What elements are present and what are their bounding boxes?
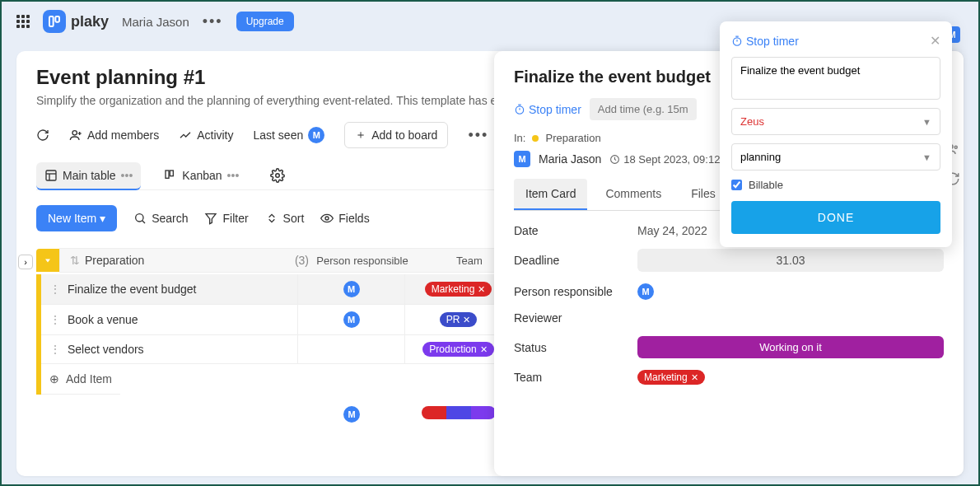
detail-fields: Date May 24, 2022 Deadline 31.03 Person … (514, 224, 944, 385)
status-dot-icon (532, 135, 539, 142)
filter-label: Filter (222, 212, 248, 225)
refresh-button[interactable] (36, 129, 49, 142)
svg-point-11 (136, 214, 143, 222)
tab-comments[interactable]: Comments (594, 179, 673, 210)
team-summary-bar (422, 406, 496, 419)
row-person[interactable] (298, 335, 405, 363)
detail-user-name: Maria Jason (539, 152, 601, 166)
logo-icon (43, 10, 66, 33)
fld-deadline-label: Deadline (514, 254, 637, 267)
popover-project-select[interactable]: Zeus ▼ (731, 108, 940, 135)
svg-rect-5 (46, 171, 56, 180)
popover-tag-select[interactable]: planning ▼ (731, 143, 940, 171)
logo[interactable]: plaky (43, 10, 109, 33)
stop-timer-link[interactable]: Stop timer (514, 103, 581, 116)
tab-main-menu-icon[interactable]: ••• (121, 169, 133, 182)
fld-date-label: Date (514, 224, 637, 237)
row-title: Finalize the event budget (68, 283, 196, 296)
upgrade-button[interactable]: Upgrade (236, 12, 294, 31)
fld-deadline-value[interactable]: 31.03 (637, 249, 944, 272)
board-settings-button[interactable] (262, 161, 293, 189)
add-to-board-button[interactable]: ＋ Add to board (344, 122, 448, 148)
billable-checkbox-row[interactable]: Billable (731, 179, 940, 191)
svg-point-14 (325, 217, 329, 220)
sort-label: Sort (283, 212, 305, 225)
tab-kanban-menu-icon[interactable]: ••• (227, 169, 240, 182)
search-label: Search (152, 212, 188, 225)
fld-person-value[interactable]: M (637, 283, 944, 300)
plus-icon: ＋ (355, 128, 366, 143)
fld-status-label: Status (514, 341, 637, 354)
stop-timer-popover: Stop timer ✕ Finalize the event budget Z… (720, 21, 952, 247)
svg-line-12 (142, 221, 145, 223)
svg-point-16 (516, 105, 523, 113)
row-person[interactable]: M (298, 274, 405, 304)
tab-item-card[interactable]: Item Card (514, 179, 587, 210)
svg-point-21 (954, 146, 957, 148)
workspace-user[interactable]: Maria Jason (122, 15, 189, 29)
last-seen-button[interactable]: Last seen M (254, 127, 325, 143)
sort-button[interactable]: Sort (265, 212, 305, 225)
billable-checkbox[interactable] (731, 180, 742, 190)
group-count: (3) (295, 254, 309, 267)
fld-team-value[interactable]: Marketing ✕ (637, 370, 944, 385)
svg-point-22 (733, 37, 740, 44)
fld-team-label: Team (514, 371, 637, 384)
fld-status-value[interactable]: Working on it (637, 336, 944, 358)
add-item-button[interactable]: ⊕ Add Item (41, 364, 120, 395)
popover-close-icon[interactable]: ✕ (930, 33, 940, 49)
board-more-icon[interactable]: ••• (468, 127, 488, 144)
search-button[interactable]: Search (133, 212, 188, 225)
svg-rect-9 (170, 171, 174, 176)
chevron-down-icon: ▼ (922, 152, 931, 162)
popover-desc-field[interactable]: Finalize the event budget (731, 57, 940, 100)
svg-marker-13 (206, 214, 216, 224)
add-to-board-label: Add to board (371, 129, 437, 142)
drag-handle-icon[interactable]: ⋮ (49, 343, 61, 356)
filter-button[interactable]: Filter (204, 212, 248, 225)
fields-button[interactable]: Fields (320, 212, 369, 225)
tab-main-table[interactable]: Main table ••• (36, 162, 141, 190)
detail-created-date: 18 Sept 2023, 09:12 (609, 153, 720, 166)
new-item-button[interactable]: New Item ▾ (36, 205, 117, 231)
apps-grid-icon[interactable] (16, 15, 30, 28)
last-seen-avatar: M (308, 127, 324, 143)
add-item-label: Add Item (66, 372, 112, 386)
svg-rect-0 (49, 16, 54, 26)
reorder-icon[interactable]: ⇅ (70, 254, 80, 267)
chevron-down-icon: ▼ (922, 117, 931, 127)
plus-circle-icon: ⊕ (49, 372, 59, 386)
tab-kanban[interactable]: Kanban ••• (156, 162, 247, 189)
activity-label: Activity (197, 129, 233, 142)
done-button[interactable]: DONE (731, 201, 940, 234)
activity-button[interactable]: Activity (179, 129, 233, 142)
row-person[interactable]: M (298, 305, 405, 334)
summary-avatar: M (343, 406, 360, 423)
drag-handle-icon[interactable]: ⋮ (49, 283, 61, 296)
group-name: Preparation (85, 254, 144, 267)
add-members-button[interactable]: Add members (69, 129, 159, 142)
last-seen-label: Last seen (254, 129, 304, 142)
svg-point-2 (72, 131, 77, 135)
more-menu-icon[interactable]: ••• (203, 13, 223, 30)
popover-title: Stop timer (731, 35, 799, 48)
chevron-down-icon: ▾ (100, 212, 105, 225)
svg-point-10 (276, 174, 280, 178)
detail-user-avatar: M (514, 151, 530, 167)
billable-label: Billable (749, 179, 783, 191)
row-title: Book a venue (68, 313, 138, 326)
svg-rect-1 (55, 16, 59, 22)
tab-kanban-label: Kanban (182, 169, 222, 182)
row-title: Select vendors (68, 343, 144, 356)
svg-rect-8 (166, 171, 169, 178)
add-time-input[interactable] (590, 98, 697, 120)
add-members-label: Add members (87, 129, 159, 142)
col-person: Person responsible (309, 255, 416, 267)
drag-handle-icon[interactable]: ⋮ (49, 313, 61, 326)
expand-handle[interactable]: › (18, 255, 33, 269)
group-toggle[interactable] (36, 249, 59, 272)
fld-person-label: Person responsible (514, 285, 637, 298)
logo-text: plaky (71, 13, 109, 30)
fld-reviewer-label: Reviewer (514, 311, 637, 325)
tab-main-label: Main table (63, 169, 116, 182)
